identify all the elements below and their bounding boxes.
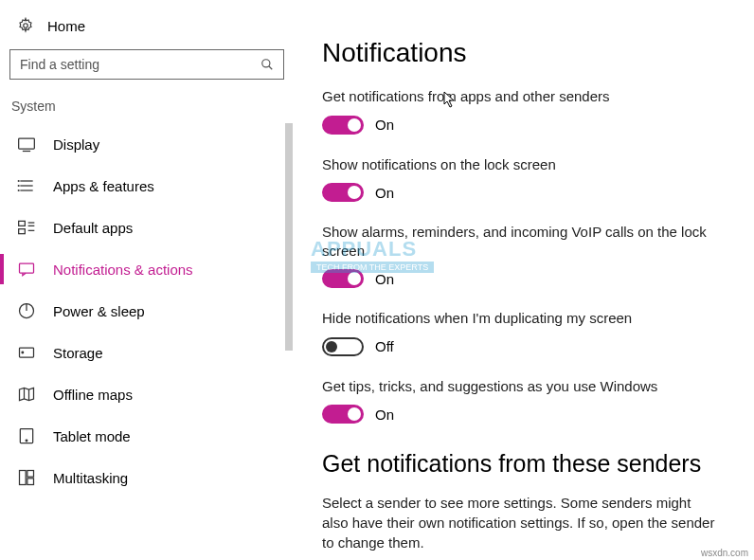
section-heading: Get notifications from these senders xyxy=(322,450,716,478)
nav-label: Storage xyxy=(53,345,103,361)
nav-item-notifications[interactable]: Notifications & actions xyxy=(0,248,294,290)
svg-point-25 xyxy=(26,440,27,442)
setting-row: Show alarms, reminders, and incoming VoI… xyxy=(322,223,716,288)
toggle-apps-senders[interactable] xyxy=(322,116,364,135)
svg-point-8 xyxy=(18,181,19,182)
apps-icon xyxy=(17,176,36,195)
storage-icon xyxy=(17,343,36,362)
nav-label: Tablet mode xyxy=(53,428,131,444)
svg-point-1 xyxy=(262,60,270,67)
home-label: Home xyxy=(47,18,85,34)
svg-rect-12 xyxy=(19,229,26,234)
toggle-state: On xyxy=(375,406,394,423)
nav-item-multitasking[interactable]: Multitasking xyxy=(0,457,294,498)
toggle-hide-duplicating[interactable] xyxy=(322,337,364,356)
nav-item-default-apps[interactable]: Default apps xyxy=(0,207,294,248)
sidebar-scrollbar[interactable] xyxy=(284,123,294,560)
maps-icon xyxy=(17,385,36,404)
search-icon xyxy=(260,58,274,71)
nav-label: Power & sleep xyxy=(53,303,145,319)
setting-label: Hide notifications when I'm duplicating … xyxy=(322,309,716,328)
svg-rect-27 xyxy=(27,471,34,478)
notifications-icon xyxy=(17,260,36,279)
display-icon xyxy=(17,135,36,154)
svg-point-10 xyxy=(18,190,19,191)
setting-row: Show notifications on the lock screen On xyxy=(322,155,716,203)
nav-item-storage[interactable]: Storage xyxy=(0,332,294,373)
main-content: Notifications Get notifications from app… xyxy=(294,0,754,560)
nav-item-power[interactable]: Power & sleep xyxy=(0,290,294,332)
page-title: Notifications xyxy=(322,38,716,68)
nav-item-maps[interactable]: Offline maps xyxy=(0,373,294,415)
search-input[interactable]: Find a setting xyxy=(9,49,284,80)
setting-label: Show notifications on the lock screen xyxy=(322,155,716,174)
setting-row: Hide notifications when I'm duplicating … xyxy=(322,309,716,356)
category-label: System xyxy=(0,93,294,123)
svg-rect-3 xyxy=(19,138,35,149)
multitasking-icon xyxy=(17,468,36,487)
attribution: wsxdn.com xyxy=(701,548,748,558)
toggle-alarms-voip[interactable] xyxy=(322,269,364,288)
setting-label: Get notifications from apps and other se… xyxy=(322,87,716,106)
toggle-tips-tricks[interactable] xyxy=(322,405,364,424)
setting-label: Show alarms, reminders, and incoming VoI… xyxy=(322,223,716,260)
svg-line-2 xyxy=(269,66,273,70)
svg-rect-28 xyxy=(27,479,34,485)
power-icon xyxy=(17,301,36,320)
nav-label: Apps & features xyxy=(53,178,154,194)
setting-row: Get tips, tricks, and suggestions as you… xyxy=(322,377,716,425)
nav-item-tablet[interactable]: Tablet mode xyxy=(0,415,294,457)
nav-item-display[interactable]: Display xyxy=(0,123,294,165)
section-description: Select a sender to see more settings. So… xyxy=(322,493,716,552)
nav-label: Display xyxy=(53,136,99,153)
nav-list: Display Apps & features Default apps Not… xyxy=(0,123,294,560)
nav-label: Offline maps xyxy=(53,387,133,403)
toggle-state: On xyxy=(375,185,394,201)
svg-rect-11 xyxy=(19,221,26,226)
toggle-lock-screen[interactable] xyxy=(322,183,364,202)
toggle-state: On xyxy=(375,271,394,287)
nav-label: Default apps xyxy=(53,220,133,236)
toggle-state: Off xyxy=(375,338,394,354)
sidebar: Home Find a setting System Display Apps … xyxy=(0,0,294,560)
gear-icon xyxy=(17,17,34,34)
scrollbar-thumb[interactable] xyxy=(285,123,293,351)
setting-label: Get tips, tricks, and suggestions as you… xyxy=(322,377,716,396)
svg-point-20 xyxy=(22,352,24,353)
svg-marker-21 xyxy=(20,388,34,400)
nav-item-apps[interactable]: Apps & features xyxy=(0,165,294,207)
default-apps-icon xyxy=(17,218,36,237)
svg-point-0 xyxy=(24,24,28,28)
home-link[interactable]: Home xyxy=(0,11,294,45)
toggle-state: On xyxy=(375,117,394,133)
nav-label: Multitasking xyxy=(53,470,128,486)
svg-rect-16 xyxy=(20,263,34,273)
nav-label: Notifications & actions xyxy=(53,262,193,278)
setting-row: Get notifications from apps and other se… xyxy=(322,87,716,135)
tablet-icon xyxy=(17,426,36,445)
svg-point-9 xyxy=(18,186,19,187)
svg-rect-26 xyxy=(20,471,27,485)
search-placeholder: Find a setting xyxy=(20,57,99,72)
